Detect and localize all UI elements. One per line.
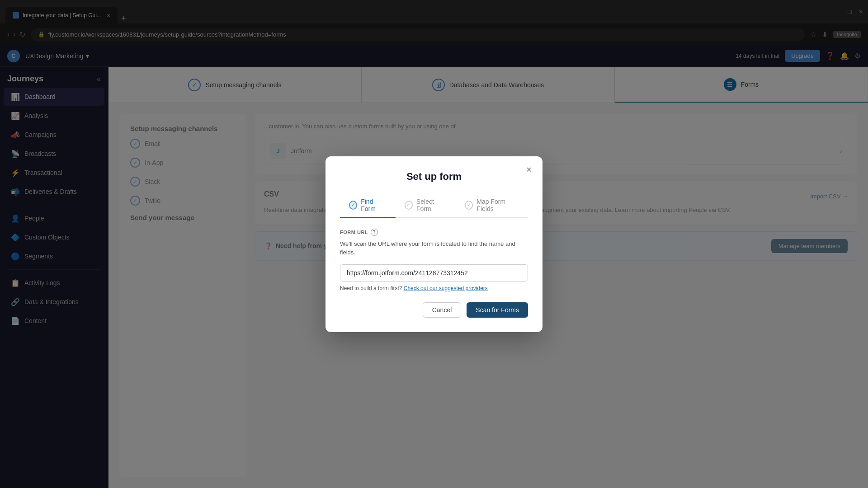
main-content: ✓ Setup messaging channels 🗄 Databases a… bbox=[108, 67, 868, 488]
modal-tab-find-form[interactable]: ✓ Find Form bbox=[340, 193, 396, 218]
setup-form-modal: × Set up form ✓ Find Form ✓ Select Form … bbox=[326, 156, 542, 332]
form-hint: Need to build a form first? Check out ou… bbox=[340, 285, 528, 291]
suggested-providers-link[interactable]: Check out our suggested providers bbox=[404, 285, 488, 291]
select-form-tab-label: Select Form bbox=[416, 198, 447, 212]
scan-for-forms-button[interactable]: Scan for Forms bbox=[467, 302, 528, 318]
form-url-help-icon[interactable]: ? bbox=[371, 229, 378, 236]
cancel-button[interactable]: Cancel bbox=[423, 302, 462, 318]
modal-tabs: ✓ Find Form ✓ Select Form ✓ Map Form Fie… bbox=[340, 193, 528, 218]
modal-actions: Cancel Scan for Forms bbox=[340, 302, 528, 318]
find-form-tab-label: Find Form bbox=[361, 198, 387, 212]
modal-overlay: × Set up form ✓ Find Form ✓ Select Form … bbox=[108, 67, 868, 488]
modal-tab-select-form[interactable]: ✓ Select Form bbox=[396, 193, 456, 218]
form-url-label: FORM URL ? bbox=[340, 229, 528, 236]
map-fields-tab-icon: ✓ bbox=[465, 201, 473, 210]
select-form-tab-icon: ✓ bbox=[405, 201, 413, 210]
form-url-description: We'll scan the URL where your form is lo… bbox=[340, 239, 528, 257]
map-fields-tab-label: Map Form Fields bbox=[476, 198, 519, 212]
modal-tab-map-fields[interactable]: ✓ Map Form Fields bbox=[456, 193, 528, 218]
app-body: Journeys « 📊 Dashboard 📈 Analysis 📣 Camp… bbox=[0, 67, 868, 488]
form-url-input[interactable] bbox=[340, 264, 528, 282]
modal-title: Set up form bbox=[340, 171, 528, 183]
form-url-section: FORM URL ? We'll scan the URL where your… bbox=[340, 229, 528, 291]
find-form-tab-icon: ✓ bbox=[349, 201, 357, 210]
modal-close-button[interactable]: × bbox=[523, 164, 535, 176]
